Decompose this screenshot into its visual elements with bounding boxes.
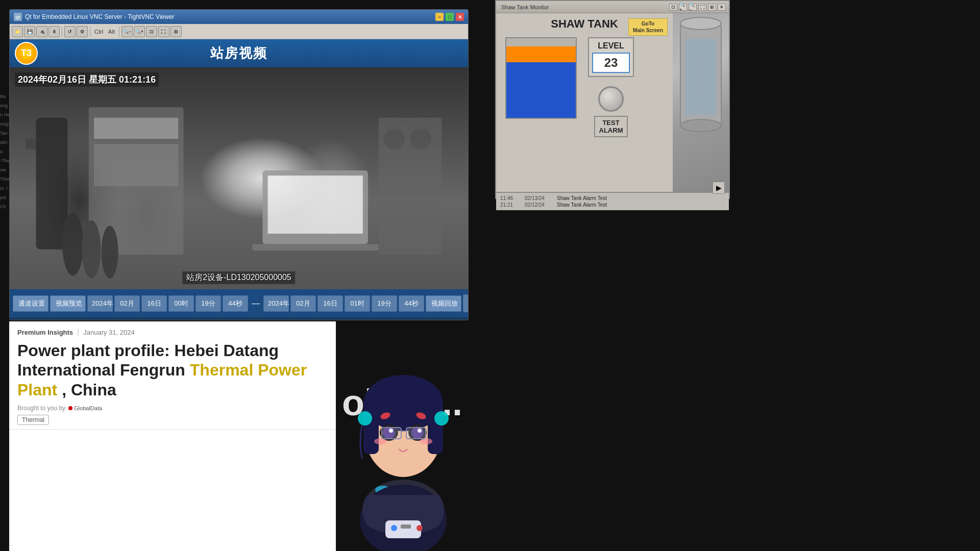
- svg-point-37: [360, 485, 447, 551]
- toolbar-button-3[interactable]: 🔌: [36, 26, 47, 37]
- alarm-msg-2: Shaw Tank Alarm Test: [557, 202, 607, 208]
- start-second-button[interactable]: 44秒: [223, 295, 248, 312]
- station-logo: T3: [15, 42, 38, 65]
- thermal-tag[interactable]: Thermal: [17, 415, 49, 425]
- vnc-close-button[interactable]: ✕: [456, 13, 464, 21]
- shaw-window-title: Shaw Tank Monitor: [499, 4, 667, 10]
- time-separator: —: [250, 299, 262, 308]
- article-title-highlight: Thermal: [190, 361, 253, 379]
- svg-point-40: [416, 525, 423, 531]
- globaldata-dot: [68, 406, 72, 410]
- svg-point-30: [420, 438, 432, 444]
- vnc-window: Qt Qt for Embedded Linux VNC Server - Ti…: [9, 9, 469, 320]
- alarm-date-2: 02/12/24: [525, 202, 553, 208]
- article-header: Premium Insights | January 31, 2024 Powe…: [9, 321, 336, 430]
- end-minute-button[interactable]: 19分: [372, 295, 397, 312]
- vnc-title-left: Qt Qt for Embedded Linux VNC Server - Ti…: [14, 13, 175, 21]
- shaw-toolbar-btn-4[interactable]: ⛶: [698, 4, 706, 11]
- start-month-button[interactable]: 02月: [114, 295, 140, 312]
- toolbar-fullscreen-button[interactable]: ⛶: [158, 26, 169, 37]
- article-date: January 31, 2024: [83, 329, 134, 336]
- svg-point-26: [411, 427, 424, 439]
- back-button[interactable]: 返: [463, 294, 468, 312]
- level-knob[interactable]: [598, 86, 624, 112]
- globaldata-logo: GlobalData: [68, 405, 102, 411]
- shaw-close-button[interactable]: ✕: [718, 4, 726, 11]
- toolbar-button-4[interactable]: ⏸: [48, 26, 60, 37]
- shaw-toolbar-icons: ⊡ 🔍+ 🔍− ⛶ ⊞ ✕: [669, 4, 726, 11]
- shaw-toolbar-btn-2[interactable]: 🔍+: [679, 4, 687, 11]
- shaw-titlebar: Shaw Tank Monitor ⊡ 🔍+ 🔍− ⛶ ⊞ ✕: [496, 1, 729, 13]
- video-preview-button[interactable]: 视频预览: [50, 295, 86, 312]
- svg-rect-38: [385, 520, 421, 538]
- start-minute-button[interactable]: 19分: [195, 295, 221, 312]
- toolbar-button-1[interactable]: 📁: [12, 26, 23, 37]
- alarm-entries: 11:46 02/13/24 Shaw Tank Alarm Test 21:2…: [500, 195, 725, 208]
- svg-rect-41: [401, 524, 411, 529]
- svg-point-23: [380, 424, 398, 441]
- oh-no-text: oh no..: [342, 382, 462, 423]
- video-playback-button[interactable]: 视频回放: [426, 295, 461, 312]
- shaw-level-area: LEVEL 23 TESTALARM: [500, 37, 669, 137]
- end-month-button[interactable]: 02月: [290, 295, 316, 312]
- alarm-time-1: 11:46: [500, 195, 521, 201]
- channel-settings-button[interactable]: 通道设置: [13, 295, 48, 312]
- start-day-button[interactable]: 16日: [141, 295, 167, 312]
- svg-rect-16: [396, 449, 411, 474]
- toolbar-zoom-in-button[interactable]: 🔍+: [134, 26, 145, 37]
- vnc-minimize-button[interactable]: –: [435, 13, 444, 21]
- toolbar-alt-text: Alt: [106, 29, 117, 35]
- tank-fill-orange: [506, 46, 576, 62]
- shaw-tank-panel: Shaw Tank Monitor ⊡ 🔍+ 🔍− ⛶ ⊞ ✕ SHAW TAN…: [495, 0, 730, 199]
- end-hour-button[interactable]: 01时: [345, 295, 370, 312]
- video-timestamp: 2024年02月16日 星期五 01:21:16: [15, 72, 159, 87]
- svg-point-11: [62, 213, 83, 276]
- article-title: Power plant profile: Hebei Datang Intern…: [17, 341, 328, 399]
- equipment-svg: [10, 67, 468, 289]
- svg-point-25: [383, 427, 395, 439]
- vnc-maximize-button[interactable]: □: [446, 13, 454, 21]
- shaw-toolbar-btn-3[interactable]: 🔍−: [689, 4, 697, 11]
- svg-point-28: [418, 429, 422, 433]
- shaw-tank-image: [673, 13, 729, 192]
- shaw-toolbar-btn-1[interactable]: ⊡: [669, 4, 677, 11]
- end-second-button[interactable]: 44秒: [399, 295, 424, 312]
- article-panel: Premium Insights | January 31, 2024 Powe…: [9, 321, 336, 551]
- shaw-toolbar-btn-5[interactable]: ⊞: [708, 4, 716, 11]
- vnc-window-title: Qt for Embedded Linux VNC Server - Tight…: [25, 13, 175, 20]
- brought-by-label: Brought to you by: [17, 405, 65, 412]
- start-hour-button[interactable]: 00时: [168, 295, 194, 312]
- svg-rect-10: [410, 128, 431, 149]
- shaw-bottom-info: 11:46 02/13/24 Shaw Tank Alarm Test 21:2…: [496, 192, 729, 210]
- toolbar-button-2[interactable]: 💾: [24, 26, 35, 37]
- shaw-goto-button[interactable]: GoToMain Screen: [628, 18, 668, 36]
- vnc-window-controls: – □ ✕: [435, 13, 464, 21]
- toolbar-extra-button[interactable]: ⊞: [170, 26, 182, 37]
- svg-point-15: [362, 480, 444, 541]
- svg-rect-4: [94, 144, 178, 186]
- knob-area: TESTALARM: [594, 86, 628, 137]
- alarm-date-1: 02/13/24: [525, 195, 553, 201]
- start-year-button[interactable]: 2024年: [87, 295, 113, 312]
- tank-visual: [500, 37, 582, 129]
- globaldata-name: GlobalData: [74, 405, 102, 411]
- svg-point-29: [374, 438, 386, 444]
- svg-rect-9: [384, 128, 405, 149]
- shaw-full-content: SHAW TANK GoToMain Screen: [496, 13, 729, 210]
- svg-point-13: [102, 226, 118, 278]
- toolbar-settings-button[interactable]: ⚙: [77, 26, 88, 37]
- svg-point-36: [375, 486, 390, 494]
- vnc-control-bar: 通道设置 视频预览 2024年 02月 16日 00时 19分 44秒 — 20…: [10, 289, 468, 317]
- tank-photo: [673, 13, 729, 192]
- shaw-inner: SHAW TANK GoToMain Screen: [496, 13, 729, 192]
- vnc-content: T3 站房视频: [10, 39, 468, 320]
- end-day-button[interactable]: 16日: [317, 295, 343, 312]
- toolbar-zoom-out-button[interactable]: 🔍−: [121, 26, 133, 37]
- toolbar-refresh-button[interactable]: ↺: [64, 26, 76, 37]
- tank-fill-blue: [506, 58, 576, 118]
- svg-point-39: [391, 525, 397, 531]
- toolbar-zoom-fit-button[interactable]: ⊡: [146, 26, 157, 37]
- end-year-button[interactable]: 2024年: [263, 295, 289, 312]
- test-alarm-button[interactable]: TESTALARM: [594, 116, 628, 137]
- shaw-arrow-button[interactable]: ▶: [713, 182, 725, 194]
